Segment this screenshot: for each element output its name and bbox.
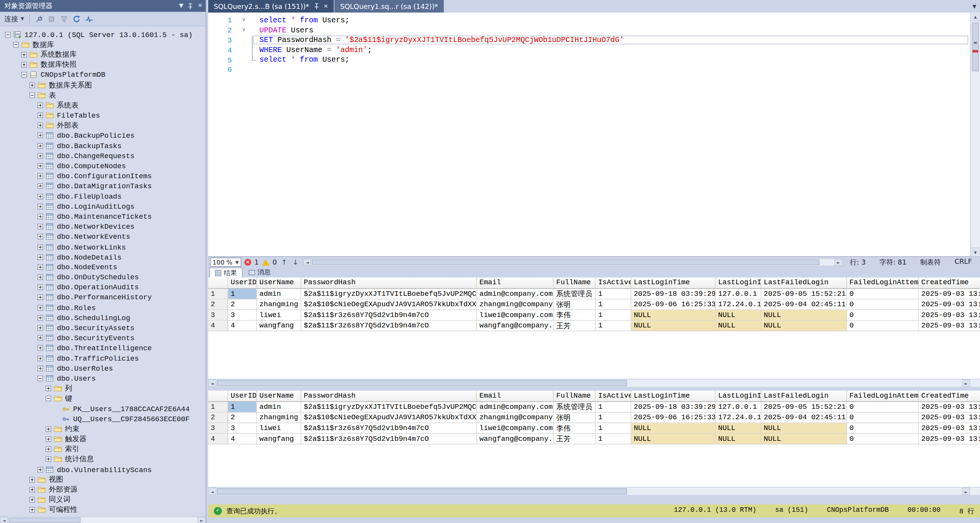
tree-item[interactable]: dbo.UserRoles xyxy=(0,363,206,373)
column-header[interactable]: FullName xyxy=(554,391,596,402)
result-cell[interactable]: 0 xyxy=(847,423,919,434)
tree-expander[interactable] xyxy=(21,52,27,57)
result-cell[interactable]: 2025-09-06 16:25:33.763 xyxy=(631,413,716,423)
result-cell[interactable]: 1 xyxy=(595,434,631,445)
tree-expander[interactable] xyxy=(29,92,35,98)
result-cell[interactable]: 2025-09-03 13:47 xyxy=(919,310,980,321)
tree-expander[interactable] xyxy=(37,345,43,351)
result-cell[interactable]: NULL xyxy=(631,310,716,321)
result-cell[interactable]: 1 xyxy=(595,310,631,321)
result-cell[interactable]: 1 xyxy=(595,299,631,310)
column-header[interactable]: Email xyxy=(477,391,554,402)
result-cell[interactable]: zhangming xyxy=(257,299,301,310)
document-tab[interactable]: SQLQuery1.sq...r (sa (142))* xyxy=(334,0,444,12)
result-cell[interactable]: 2025-09-05 15:52:21.643 xyxy=(761,289,847,300)
tree-expander[interactable] xyxy=(29,477,35,483)
scroll-left-icon[interactable]: ◄ xyxy=(208,380,216,387)
row-number[interactable]: 4 xyxy=(208,434,228,445)
tree-expander[interactable] xyxy=(37,325,43,331)
result-cell[interactable]: 3 xyxy=(228,310,257,321)
tree-expander[interactable] xyxy=(37,244,43,250)
result-cell[interactable]: 2025-09-03 13:47 xyxy=(919,434,980,445)
column-header[interactable]: LastFailedLogin xyxy=(761,278,847,289)
result-cell[interactable]: admin xyxy=(257,289,301,300)
tree-item[interactable]: FileTables xyxy=(0,110,206,120)
tree-expander[interactable] xyxy=(37,376,43,381)
tree-item[interactable]: dbo.Roles xyxy=(0,302,206,312)
editor-line[interactable]: 4WHERE UserName = 'admin'; xyxy=(208,45,970,55)
editor-line[interactable]: 3SET PasswordHash = '$2a$11$igryzDyxXJT1… xyxy=(208,35,970,46)
result-cell[interactable]: 1 xyxy=(595,423,631,434)
tree-expander[interactable] xyxy=(37,335,43,341)
result-cell[interactable]: 2025-09-03 13:47 xyxy=(919,402,980,413)
tree-expander[interactable] xyxy=(37,143,43,149)
result-cell[interactable]: NULL xyxy=(761,423,847,434)
column-header[interactable]: FullName xyxy=(554,278,596,289)
result-cell[interactable]: $2a$11$igryzDyxXJT1TVItLBoebefq5JvUP2MQC… xyxy=(301,402,477,413)
row-number[interactable]: 3 xyxy=(208,423,228,434)
result-cell[interactable]: NULL xyxy=(716,423,761,434)
result-cell[interactable]: $2a$11$r3z6s8Y7Q5d2v1b9n4m7cO xyxy=(301,321,477,331)
tree-item[interactable]: dbo.NodeDetails xyxy=(0,252,206,262)
tree-item[interactable]: dbo.BackupTasks xyxy=(0,141,206,151)
tree-item[interactable]: dbo.Users xyxy=(0,373,206,383)
column-header[interactable]: UserID xyxy=(228,391,257,402)
result-cell[interactable]: wangfang xyxy=(257,434,301,445)
tree-item[interactable]: 表 xyxy=(0,90,206,100)
column-header[interactable]: CreatedTime xyxy=(919,391,980,402)
result-cell[interactable]: 0 xyxy=(847,289,919,300)
tree-item[interactable]: 同义词 xyxy=(0,495,206,505)
tree-item[interactable]: dbo.SecurityAssets xyxy=(0,323,206,333)
window-menu-icon[interactable]: ▼ xyxy=(179,3,183,9)
tree-expander[interactable] xyxy=(46,436,51,442)
grid2-horizontal-scrollbar[interactable]: ◄ ► xyxy=(208,487,980,495)
pin-icon[interactable] xyxy=(314,3,319,9)
tree-item[interactable]: 数据库关系图 xyxy=(0,80,206,90)
tree-expander[interactable] xyxy=(46,396,51,402)
zoom-select[interactable]: 100 % ▼ xyxy=(210,258,241,267)
warning-count[interactable]: 0 xyxy=(273,258,277,266)
column-header[interactable]: PasswordHash xyxy=(301,391,477,402)
login-name[interactable]: sa (151) xyxy=(775,506,808,516)
scroll-track[interactable] xyxy=(8,517,197,523)
column-header[interactable]: LastLoginTime xyxy=(631,278,716,289)
column-header[interactable]: LastLoginIP xyxy=(716,278,761,289)
result-cell[interactable]: 系统管理员 xyxy=(554,402,596,413)
grid1-horizontal-scrollbar[interactable]: ◄ ► xyxy=(208,379,980,387)
scroll-thumb[interactable] xyxy=(9,518,81,523)
result-cell[interactable]: 张明 xyxy=(554,299,596,310)
row-number[interactable]: 4 xyxy=(208,321,228,331)
row-number[interactable]: 1 xyxy=(208,289,228,300)
tree-expander[interactable] xyxy=(37,194,43,199)
tree-item[interactable]: dbo.ThreatIntelligence xyxy=(0,343,206,353)
column-header[interactable]: UserID xyxy=(228,278,257,289)
tree-item[interactable]: 数据库快照 xyxy=(0,60,206,70)
result-cell[interactable]: 172.24.0.1 xyxy=(716,413,761,423)
column-header[interactable]: UserName xyxy=(257,278,301,289)
result-cell[interactable]: NULL xyxy=(631,423,716,434)
result-cell[interactable]: 172.24.0.1 xyxy=(716,299,761,310)
result-cell[interactable]: wangfang@company.com xyxy=(477,321,554,331)
result-cell[interactable]: zhangming xyxy=(257,413,301,423)
tree-item[interactable]: dbo.NetworkEvents xyxy=(0,232,206,242)
scroll-right-icon[interactable]: ► xyxy=(197,517,206,523)
result-cell[interactable]: 2025-09-03 13:47 xyxy=(919,299,980,310)
row-number[interactable]: 3 xyxy=(208,310,228,321)
tree-expander[interactable] xyxy=(29,507,35,513)
column-header[interactable]: IsActive xyxy=(595,391,631,402)
scroll-right-icon[interactable]: ► xyxy=(834,259,842,266)
tree-expander[interactable] xyxy=(46,426,51,432)
result-cell[interactable]: 1 xyxy=(228,289,257,300)
database-name[interactable]: CNOpsPlatformDB xyxy=(827,506,889,516)
scroll-thumb[interactable] xyxy=(312,260,819,265)
scroll-left-icon[interactable]: ◄ xyxy=(0,517,8,523)
result-cell[interactable]: 0 xyxy=(847,321,919,331)
result-cell[interactable]: 127.0.0.1 xyxy=(716,402,761,413)
tree-expander[interactable] xyxy=(37,153,43,159)
tree-item[interactable]: 系统数据库 xyxy=(0,50,206,60)
result-cell[interactable]: 李伟 xyxy=(554,423,596,434)
row-number[interactable]: 2 xyxy=(208,299,228,310)
tree-item[interactable]: 外部资源 xyxy=(0,485,206,495)
result-cell[interactable]: 1 xyxy=(595,413,631,423)
tree-item[interactable]: dbo.NetworkDevices xyxy=(0,222,206,232)
